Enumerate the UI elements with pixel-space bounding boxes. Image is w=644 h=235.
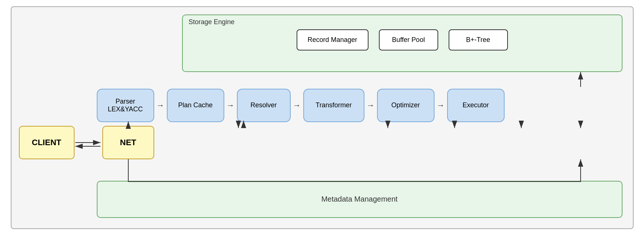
storage-engine-components: Record Manager Buffer Pool B+-Tree — [296, 29, 508, 50]
pipeline-boxes-row: ParserLEX&YACC → Plan Cache → Resolver →… — [97, 87, 622, 124]
metadata-management-box: Metadata Management — [97, 181, 622, 218]
arrow-optimizer-executor: → — [435, 101, 447, 110]
record-manager-box: Record Manager — [296, 29, 368, 50]
arrow-plancache-resolver: → — [224, 101, 237, 110]
client-box: CLIENT — [19, 126, 75, 159]
net-box: NET — [102, 126, 154, 159]
arrow-transformer-optimizer: → — [364, 101, 377, 110]
resolver-box: Resolver — [237, 89, 291, 122]
diagram-wrapper: Storage Engine Record Manager Buffer Poo… — [11, 6, 634, 229]
optimizer-box: Optimizer — [377, 89, 435, 122]
storage-engine-box: Storage Engine Record Manager Buffer Poo… — [182, 14, 622, 72]
bplus-tree-box: B+-Tree — [449, 29, 508, 50]
plan-cache-box: Plan Cache — [167, 89, 224, 122]
arrow-parser-plancache: → — [154, 101, 167, 110]
storage-engine-label: Storage Engine — [189, 18, 235, 26]
arrow-resolver-transformer: → — [291, 101, 303, 110]
executor-box: Executor — [447, 89, 505, 122]
transformer-box: Transformer — [303, 89, 364, 122]
parser-box: ParserLEX&YACC — [97, 89, 154, 122]
buffer-pool-box: Buffer Pool — [379, 29, 438, 50]
